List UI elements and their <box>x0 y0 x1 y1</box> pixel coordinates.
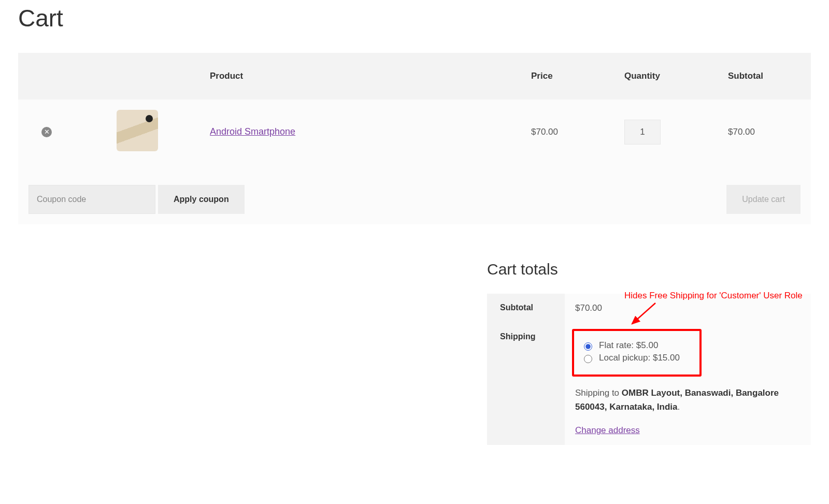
col-product-header: Product <box>199 53 521 99</box>
cart-totals: Hides Free Shipping for 'Customer' User … <box>487 261 811 445</box>
col-thumb-header <box>75 53 199 99</box>
table-row: ✕ Android Smartphone $70.00 $70.00 <box>18 99 811 164</box>
change-address-link[interactable]: Change address <box>575 425 640 436</box>
cart-totals-heading: Cart totals <box>487 261 811 278</box>
shipping-options-box: Flat rate: $5.00 Local pickup: $15.00 <box>572 329 702 377</box>
spacer <box>245 185 727 214</box>
col-qty-header: Quantity <box>614 53 718 99</box>
quantity-input[interactable] <box>624 120 661 145</box>
product-link[interactable]: Android Smartphone <box>210 126 295 137</box>
remove-item-button[interactable]: ✕ <box>41 127 52 137</box>
price-cell: $70.00 <box>521 99 614 164</box>
apply-coupon-button[interactable]: Apply coupon <box>158 185 245 214</box>
col-subtotal-header: Subtotal <box>718 53 811 99</box>
flat-rate-label: Flat rate: $5.00 <box>599 340 658 351</box>
cart-table: Product Price Quantity Subtotal ✕ Androi… <box>18 53 811 224</box>
col-remove-header <box>18 53 75 99</box>
shipping-label: Shipping <box>487 323 565 445</box>
page-title: Cart <box>18 4 811 32</box>
product-thumbnail[interactable] <box>117 110 158 151</box>
shipping-to-text: Shipping to OMBR Layout, Banaswadi, Bang… <box>575 386 801 414</box>
shipping-option-flat-rate[interactable]: Flat rate: $5.00 <box>581 340 690 351</box>
local-pickup-radio[interactable] <box>584 355 592 363</box>
annotation-arrow-icon <box>630 303 661 334</box>
flat-rate-radio[interactable] <box>584 342 592 351</box>
table-header-row: Product Price Quantity Subtotal <box>18 53 811 99</box>
actions-row: Apply coupon Update cart <box>18 164 811 224</box>
svg-line-0 <box>632 303 655 324</box>
actions-bar: Apply coupon Update cart <box>28 185 801 214</box>
shipping-to-prefix: Shipping to <box>575 388 622 398</box>
update-cart-button[interactable]: Update cart <box>726 185 801 214</box>
col-price-header: Price <box>521 53 614 99</box>
local-pickup-label: Local pickup: $15.00 <box>599 353 680 363</box>
subtotal-cell: $70.00 <box>718 99 811 164</box>
annotation-text: Hides Free Shipping for 'Customer' User … <box>624 291 803 301</box>
subtotal-label: Subtotal <box>487 294 565 323</box>
shipping-option-local-pickup[interactable]: Local pickup: $15.00 <box>581 353 690 363</box>
coupon-input[interactable] <box>28 185 155 214</box>
